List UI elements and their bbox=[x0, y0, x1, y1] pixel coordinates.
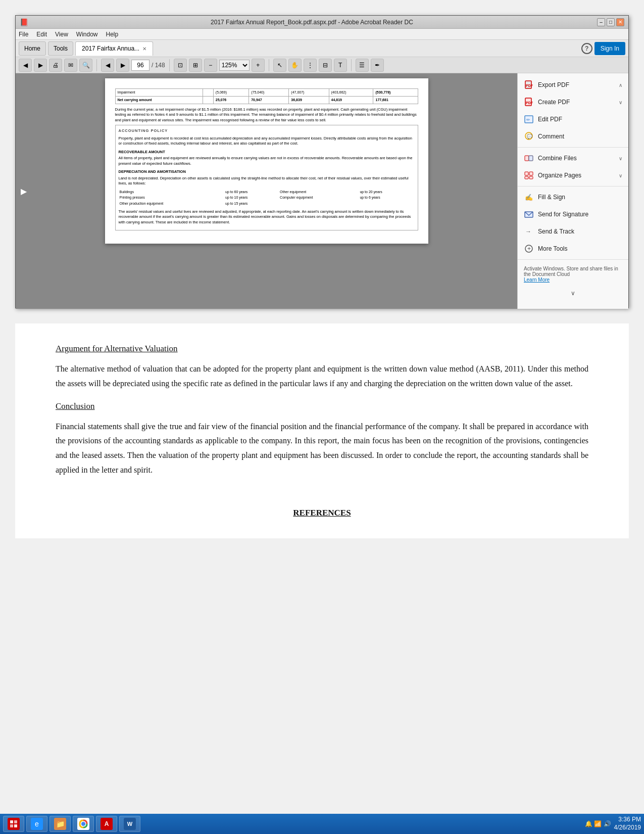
zoom-out-button[interactable]: − bbox=[204, 59, 217, 72]
taskbar-word-btn[interactable]: W bbox=[119, 816, 140, 832]
main-content: ▶ Impairment (5,069) (75,040) (47,007) (… bbox=[16, 73, 628, 309]
send-signature-label: Send for Signature bbox=[538, 211, 622, 218]
separator3 bbox=[269, 59, 269, 71]
taskbar-folder-btn[interactable]: 📁 bbox=[49, 816, 71, 832]
section1-text: The alternative method of valuation that… bbox=[56, 362, 588, 391]
tools-button[interactable]: Tools bbox=[48, 41, 73, 56]
doc-area: Argument for Alternative Valuation The a… bbox=[15, 323, 629, 538]
fill-sign-icon: ✍ bbox=[524, 192, 534, 202]
menu-help[interactable]: Help bbox=[106, 31, 119, 38]
table-cell-v1 bbox=[203, 89, 213, 97]
svg-rect-10 bbox=[525, 172, 528, 175]
taskbar-browser-btn[interactable]: e bbox=[26, 816, 47, 832]
nav-back-button[interactable]: ◀ bbox=[19, 59, 32, 72]
svg-text:PDF: PDF bbox=[526, 101, 533, 105]
menu-view[interactable]: View bbox=[55, 31, 68, 38]
help-icon[interactable]: ? bbox=[581, 43, 592, 54]
search-button[interactable]: 🔍 bbox=[79, 59, 92, 72]
sign-in-button[interactable]: Sign In bbox=[595, 42, 625, 55]
references-heading: REFERENCES bbox=[56, 508, 588, 518]
svg-rect-9 bbox=[529, 156, 533, 161]
home-button[interactable]: Home bbox=[19, 41, 46, 56]
pdf-policy-box: ACCOUNTING POLICY Property, plant and eq… bbox=[115, 125, 418, 230]
svg-text:→: → bbox=[525, 228, 531, 235]
panel-item-export-pdf[interactable]: PDF Export PDF ∧ bbox=[518, 76, 628, 94]
toolbar: Home Tools 2017 Fairfax Annua... ✕ ? Sig… bbox=[16, 40, 628, 57]
svg-rect-20 bbox=[14, 820, 17, 823]
organize-chevron: ∨ bbox=[619, 173, 622, 178]
nav-forward-button[interactable]: ▶ bbox=[34, 59, 47, 72]
pdf-viewer[interactable]: ▶ Impairment (5,069) (75,040) (47,007) (… bbox=[16, 73, 517, 309]
table-cell-net4: 36,839 bbox=[289, 96, 329, 104]
prev-page-button[interactable]: ◀ bbox=[101, 59, 114, 72]
tab-close-icon[interactable]: ✕ bbox=[142, 46, 146, 52]
panel-item-send-track[interactable]: → Send & Track bbox=[518, 223, 628, 240]
combine-chevron: ∨ bbox=[619, 156, 622, 161]
pen-button[interactable]: ✒ bbox=[371, 59, 384, 72]
table-cell-v5: (403,662) bbox=[329, 89, 373, 97]
tab-label: 2017 Fairfax Annua... bbox=[82, 45, 139, 52]
zoom-select[interactable]: 125% 100% 75% bbox=[219, 60, 250, 71]
menu-edit[interactable]: Edit bbox=[36, 31, 47, 38]
policy-title: ACCOUNTING POLICY bbox=[119, 128, 415, 134]
select-tool-button[interactable]: ⋮ bbox=[304, 59, 317, 72]
svg-rect-11 bbox=[529, 172, 533, 175]
svg-text:✏: ✏ bbox=[526, 117, 530, 122]
word-icon: W bbox=[124, 818, 136, 830]
panel-item-comment[interactable]: 💬 Comment bbox=[518, 128, 628, 145]
panel-item-more-tools[interactable]: + More Tools bbox=[518, 240, 628, 257]
svg-text:PDF: PDF bbox=[526, 84, 533, 87]
edit-pdf-icon: ✏ bbox=[524, 114, 534, 124]
marquee-button[interactable]: ⊟ bbox=[319, 59, 332, 72]
clock-time: 3:36 PM bbox=[614, 816, 641, 824]
combine-label: Combine Files bbox=[538, 155, 615, 162]
pointer-button[interactable]: ↖ bbox=[273, 59, 286, 72]
browser-icon: e bbox=[31, 818, 43, 830]
activate-text: Activate Windows. Store and share files … bbox=[524, 266, 618, 277]
scroll-left-btn[interactable]: ▶ bbox=[21, 187, 27, 196]
panel-item-combine[interactable]: Combine Files ∨ bbox=[518, 150, 628, 167]
svg-rect-21 bbox=[10, 824, 13, 827]
panel-item-fill-sign[interactable]: ✍ Fill & Sign bbox=[518, 189, 628, 206]
start-button[interactable] bbox=[3, 816, 24, 832]
next-page-button[interactable]: ▶ bbox=[116, 59, 129, 72]
section2-heading: Conclusion bbox=[56, 401, 588, 411]
maximize-button[interactable]: □ bbox=[607, 18, 615, 26]
comment-icon: 💬 bbox=[524, 131, 534, 142]
fit-width-button[interactable]: ⊞ bbox=[189, 59, 202, 72]
panel-item-edit-pdf[interactable]: ✏ Edit PDF bbox=[518, 111, 628, 128]
hand-tool-button[interactable]: ✋ bbox=[288, 59, 302, 72]
window-title: 2017 Fairfax Annual Report_Book.pdf.aspx… bbox=[28, 19, 596, 26]
svg-text:✍: ✍ bbox=[525, 193, 533, 202]
read-out-loud-button[interactable]: ☰ bbox=[356, 59, 369, 72]
close-button[interactable]: ✕ bbox=[616, 18, 624, 26]
email-button[interactable]: ✉ bbox=[64, 59, 77, 72]
title-bar: 📕 2017 Fairfax Annual Report_Book.pdf.as… bbox=[16, 16, 628, 29]
document-tab[interactable]: 2017 Fairfax Annua... ✕ bbox=[75, 41, 153, 56]
menu-window[interactable]: Window bbox=[76, 31, 98, 38]
panel-scroll-down[interactable]: ∨ bbox=[518, 287, 628, 299]
table-cell-v4: (47,007) bbox=[289, 89, 329, 97]
taskbar-acrobat-btn[interactable]: A bbox=[96, 816, 117, 832]
svg-rect-8 bbox=[525, 156, 529, 161]
table-cell-net-label: Net carrying amount bbox=[115, 96, 203, 104]
learn-more-link[interactable]: Learn More bbox=[524, 277, 550, 283]
table-cell-net2: 25,076 bbox=[213, 96, 249, 104]
panel-item-organize[interactable]: Organize Pages ∨ bbox=[518, 167, 628, 184]
menu-file[interactable]: File bbox=[19, 31, 28, 38]
table-cell-net6: 177,681 bbox=[373, 96, 418, 104]
taskbar-chrome-btn[interactable] bbox=[73, 816, 94, 832]
panel-item-create-pdf[interactable]: PDF Create PDF ∨ bbox=[518, 94, 628, 111]
minimize-button[interactable]: – bbox=[597, 18, 605, 26]
print-button[interactable]: 🖨 bbox=[49, 59, 62, 72]
send-signature-icon bbox=[524, 209, 534, 219]
svg-text:💬: 💬 bbox=[527, 133, 533, 140]
recoverable-title: RECOVERABLE AMOUNT bbox=[119, 150, 415, 155]
fit-page-button[interactable]: ⊡ bbox=[174, 59, 187, 72]
panel-item-send-signature[interactable]: Send for Signature bbox=[518, 206, 628, 223]
type-tool-button[interactable]: T bbox=[334, 59, 347, 72]
comment-label: Comment bbox=[538, 133, 622, 140]
page-number-input[interactable]: 96 bbox=[131, 60, 150, 71]
zoom-in-button[interactable]: + bbox=[252, 59, 265, 72]
assets-table: Buildingsup to 60 years Other equipmentu… bbox=[119, 189, 415, 207]
